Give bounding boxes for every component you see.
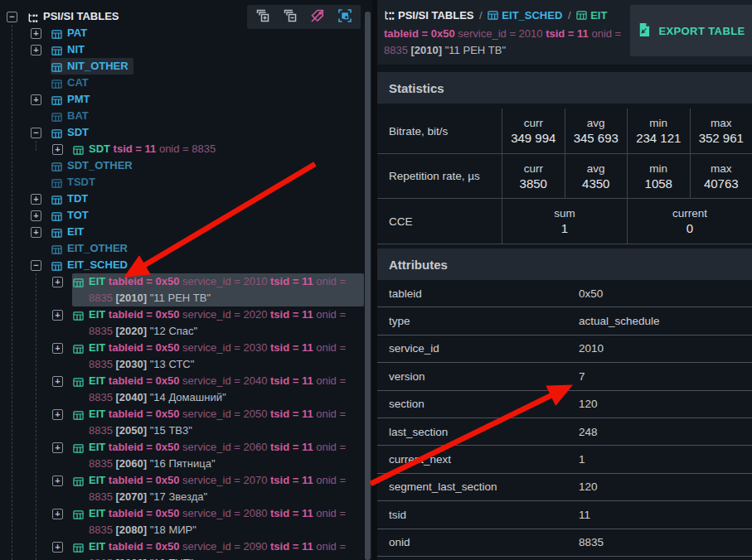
tree-scrollbar-thumb[interactable] (365, 12, 371, 560)
text-part: tsid = 11 (267, 275, 313, 287)
tree-item-label: EIT (51, 224, 89, 240)
stat-cell-header: curr (524, 117, 543, 129)
tree-item-label: EIT tableid = 0x50 service_id = 2020 tsi… (72, 307, 364, 340)
tree-item-eit-2050[interactable]: +EIT tableid = 0x50 service_id = 2050 ts… (0, 406, 372, 439)
text-part: [2010] (408, 44, 442, 56)
expand-icon[interactable]: + (31, 194, 41, 205)
table-icon (73, 442, 84, 459)
text-part: service_id = 2010 (455, 27, 543, 40)
table-icon (576, 9, 587, 26)
attribute-label: tableid (377, 287, 579, 300)
text-part: EIT (89, 441, 105, 453)
expand-icon[interactable]: + (52, 277, 63, 287)
text-part: tsid = 11 (267, 507, 313, 519)
stat-cell-header: min (649, 162, 667, 175)
attribute-label: tsid (377, 509, 579, 521)
collapse-all-button[interactable] (280, 7, 300, 27)
expand-icon[interactable]: + (52, 409, 63, 420)
expand-icon[interactable]: + (52, 376, 63, 387)
expand-icon[interactable]: + (52, 542, 63, 553)
tree-item-bat[interactable]: BAT (0, 108, 372, 124)
tree-item-eit-2080[interactable]: +EIT tableid = 0x50 service_id = 2080 ts… (0, 505, 372, 538)
tree-item-pmt[interactable]: +PMT (0, 91, 372, 108)
collapse-icon[interactable]: − (7, 12, 17, 22)
tree-item-eit-other[interactable]: EIT_OTHER (0, 240, 372, 257)
attributes-title: Attributes (389, 258, 448, 272)
tree-item-label: TSDT (51, 174, 100, 191)
tree-item-tsdt[interactable]: TSDT (0, 174, 372, 191)
collapse-icon[interactable]: − (31, 260, 41, 271)
attribute-value: 7 (579, 370, 585, 383)
expand-all-icon (255, 7, 271, 27)
expand-icon[interactable]: + (52, 343, 63, 354)
attribute-value: 0x50 (579, 287, 603, 300)
focus-selection-button[interactable] (335, 7, 355, 27)
expand-icon[interactable]: + (31, 94, 41, 105)
table-icon (73, 310, 84, 326)
tags-off-button[interactable] (308, 7, 327, 27)
stat-cell-value: 1058 (645, 176, 672, 191)
text-part: PMT (67, 93, 90, 105)
breadcrumb-separator: / (474, 9, 488, 22)
stat-row-cce: CCEsum1current0 (377, 199, 752, 244)
attribute-value: 11 (579, 509, 590, 521)
tree-item-sdt[interactable]: −SDT (0, 124, 372, 141)
text-part: tableid = 0x50 (105, 374, 179, 387)
attribute-label: current_next (377, 453, 579, 466)
stat-row-repetition-rate-s: Repetition rate, µscurr3850avg4350min105… (377, 154, 752, 199)
expand-icon[interactable]: + (31, 45, 41, 56)
text-part: "16 Пятница" (147, 457, 215, 470)
tree-item-eit-2070[interactable]: +EIT tableid = 0x50 service_id = 2070 ts… (0, 472, 372, 505)
text-part: [2020] (113, 325, 147, 337)
expand-icon[interactable]: + (52, 442, 63, 453)
tree-item-eit-2010[interactable]: +EIT tableid = 0x50 service_id = 2010 ts… (0, 273, 372, 307)
tree-item-sdt-other[interactable]: SDT_OTHER (0, 157, 372, 174)
table-detail-panel: PSI/SI TABLES / EIT_SCHED / EIT tableid … (377, 0, 752, 560)
tree-icon (384, 9, 395, 26)
expand-icon[interactable]: + (31, 227, 41, 238)
tree-item-eit-sched[interactable]: −EIT_SCHED (0, 257, 372, 273)
attribute-value: 8835 (579, 536, 604, 548)
text-part: EIT (590, 9, 607, 22)
stat-cell-curr: curr3850 (502, 154, 565, 198)
text-part: TOT (67, 209, 89, 221)
tree-item-nit-other[interactable]: NIT_OTHER (0, 58, 372, 75)
expand-icon[interactable]: + (31, 28, 41, 39)
tree-item-label: CAT (51, 75, 94, 91)
tree-item-tdt[interactable]: +TDT (0, 191, 372, 207)
tree-item-sdt-tsid-11[interactable]: +SDT tsid = 11 onid = 8835 (0, 141, 372, 157)
tree-item-label: EIT tableid = 0x50 service_id = 2060 tsi… (72, 439, 364, 472)
expand-icon[interactable]: + (52, 476, 63, 486)
tree-item-eit-2040[interactable]: +EIT tableid = 0x50 service_id = 2040 ts… (0, 373, 372, 406)
text-part: EIT (89, 507, 105, 519)
expand-icon[interactable]: + (31, 210, 41, 221)
text-part: SDT (89, 142, 110, 155)
tree-item-tot[interactable]: +TOT (0, 207, 372, 224)
attribute-row-service_id: service_id2010 (377, 336, 752, 363)
tree-item-eit-2090[interactable]: +EIT tableid = 0x50 service_id = 2090 ts… (0, 538, 372, 560)
tree-item-cat[interactable]: CAT (0, 75, 372, 91)
expand-icon[interactable]: + (52, 144, 63, 155)
expand-icon[interactable]: + (52, 509, 63, 519)
text-part: SDT (67, 126, 89, 138)
breadcrumb-segment-eit-sched[interactable]: EIT_SCHED (488, 9, 562, 22)
export-table-button[interactable]: EXPORT TABLE (630, 5, 752, 56)
expander-spacer (31, 78, 41, 89)
text-part: tableid = 0x50 (384, 27, 455, 40)
attribute-row-version: version7 (377, 363, 752, 390)
breadcrumb-segment-psi-si-tables[interactable]: PSI/SI TABLES (384, 9, 474, 22)
text-part: EIT_SCHED (67, 258, 128, 271)
tree-item-eit-2060[interactable]: +EIT tableid = 0x50 service_id = 2060 ts… (0, 439, 372, 472)
tree-item-eit-2030[interactable]: +EIT tableid = 0x50 service_id = 2030 ts… (0, 340, 372, 373)
text-part: EIT (89, 308, 105, 321)
attribute-value: 120 (579, 398, 598, 410)
tree-item-eit-2020[interactable]: +EIT tableid = 0x50 service_id = 2020 ts… (0, 307, 372, 340)
tree-item-nit[interactable]: +NIT (0, 41, 372, 58)
tree-item-eit[interactable]: +EIT (0, 224, 372, 240)
collapse-icon[interactable]: − (31, 128, 41, 138)
breadcrumb-separator: / (562, 9, 576, 22)
expand-all-button[interactable] (253, 7, 273, 27)
text-part: tableid = 0x50 (105, 441, 179, 453)
statistics-title: Statistics (389, 81, 444, 95)
expand-icon[interactable]: + (52, 310, 63, 321)
